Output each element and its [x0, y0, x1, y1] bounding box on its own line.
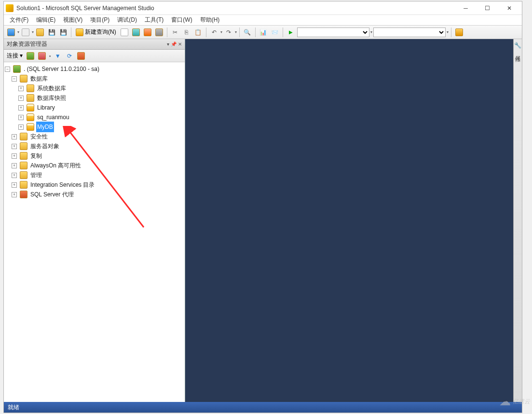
panel-header: 对象资源管理器 ▾ 📌 ✕: [4, 39, 185, 50]
expand-icon[interactable]: +: [12, 144, 17, 149]
maximize-button[interactable]: ☐: [477, 2, 498, 14]
expand-icon[interactable]: +: [18, 96, 24, 101]
database-combo[interactable]: [297, 28, 369, 37]
panel-close-icon[interactable]: ✕: [178, 41, 182, 47]
tree-db-library[interactable]: + Library: [5, 103, 184, 112]
menu-file[interactable]: 文件(F): [6, 15, 32, 25]
menu-view[interactable]: 视图(V): [59, 15, 86, 25]
undo-button[interactable]: ↶: [209, 27, 219, 38]
main-area: 对象资源管理器 ▾ 📌 ✕ 连接 ▾ ▪ ▼ ⟳ −: [4, 39, 522, 402]
expand-icon[interactable]: +: [12, 134, 17, 139]
open-button[interactable]: [35, 27, 45, 38]
refresh-button[interactable]: ⟳: [65, 51, 74, 61]
xmla-query-button[interactable]: [154, 27, 164, 38]
object-tree[interactable]: − . (SQL Server 11.0.2100 - sa) − 数据库 + …: [4, 62, 185, 402]
folder-icon: [20, 142, 27, 150]
expand-icon[interactable]: +: [12, 153, 17, 159]
menubar: 文件(F) 编辑(E) 视图(V) 项目(P) 调试(D) 工具(T) 窗口(W…: [4, 15, 522, 26]
expand-icon[interactable]: +: [12, 192, 17, 197]
app-window: Solution1 - Microsoft SQL Server Managem…: [3, 1, 522, 413]
activity-monitor-button[interactable]: 📊: [258, 27, 269, 38]
connect-oe-button[interactable]: [26, 51, 35, 61]
sysdb-label: 系统数据库: [36, 83, 67, 94]
new-query-button[interactable]: 新建查询(N): [74, 27, 118, 37]
redo-button[interactable]: ↷: [223, 27, 234, 38]
replication-label: 复制: [29, 151, 43, 161]
new-project-button[interactable]: [6, 27, 16, 38]
management-label: 管理: [29, 170, 43, 180]
options-button[interactable]: [454, 27, 464, 38]
dbsnap-label: 数据库快照: [36, 93, 67, 103]
expand-icon[interactable]: +: [12, 182, 17, 188]
collapse-icon[interactable]: −: [12, 76, 17, 82]
expand-icon[interactable]: +: [18, 115, 24, 120]
expand-icon[interactable]: +: [12, 173, 17, 178]
collapse-icon[interactable]: −: [5, 67, 10, 72]
menu-help[interactable]: 帮助(H): [196, 15, 224, 25]
paste-button[interactable]: 📋: [193, 27, 204, 38]
db-library-label: Library: [36, 102, 56, 113]
agent-icon: [20, 191, 27, 198]
find-button[interactable]: 🔍: [242, 27, 253, 38]
properties-tab-icon[interactable]: 🔧: [514, 42, 521, 49]
registered-servers-button[interactable]: 📨: [270, 27, 280, 38]
expand-icon[interactable]: +: [12, 163, 17, 168]
folder-icon: [27, 94, 34, 102]
tree-serverobj-node[interactable]: + 服务器对象: [5, 141, 184, 151]
execute-button[interactable]: ▶: [286, 27, 296, 38]
tree-management-node[interactable]: + 管理: [5, 170, 184, 180]
save-all-button[interactable]: 💾: [58, 27, 68, 38]
expand-icon[interactable]: +: [18, 86, 24, 91]
tree-databases-node[interactable]: − 数据库: [5, 74, 184, 83]
add-item-button[interactable]: [20, 27, 31, 38]
new-query-label: 新建查询(N): [85, 28, 116, 36]
panel-dropdown-icon[interactable]: ▾: [167, 41, 169, 47]
tree-server-node[interactable]: − . (SQL Server 11.0.2100 - sa): [5, 64, 184, 74]
tree-db-sqruanmou[interactable]: + sq_ruanmou: [5, 112, 184, 122]
stop-button[interactable]: [76, 51, 86, 61]
agent-label: SQL Server 代理: [29, 189, 75, 200]
menu-window[interactable]: 窗口(W): [167, 15, 196, 25]
close-button[interactable]: ✕: [498, 2, 520, 14]
tree-sysdb-node[interactable]: + 系统数据库: [5, 83, 184, 93]
editor-area: [185, 39, 513, 402]
tree-replication-node[interactable]: + 复制: [5, 151, 184, 161]
filter-button[interactable]: ▼: [53, 51, 63, 61]
dbengine-query-button[interactable]: [119, 27, 130, 38]
properties-tab[interactable]: 属性: [514, 52, 521, 54]
alwayson-label: AlwaysOn 高可用性: [29, 160, 82, 171]
panel-title: 对象资源管理器: [7, 40, 167, 48]
main-toolbar: ▾ ▾ 💾 💾 新建查询(N) ✂ ⎘ 📋 ↶ ▾ ↷ ▾ 🔍 📊 📨 ▶ ▾: [4, 26, 522, 39]
right-gutter: 🔧 属性: [513, 39, 522, 402]
save-button[interactable]: 💾: [46, 27, 57, 38]
tree-security-node[interactable]: + 安全性: [5, 132, 184, 141]
window-title: Solution1 - Microsoft SQL Server Managem…: [16, 5, 455, 12]
tree-alwayson-node[interactable]: + AlwaysOn 高可用性: [5, 161, 184, 170]
tree-isc-node[interactable]: + Integration Services 目录: [5, 180, 184, 190]
minimize-button[interactable]: ─: [455, 2, 477, 14]
statusbar: 就绪: [4, 402, 522, 413]
mdx-query-button[interactable]: [131, 27, 141, 38]
disconnect-button[interactable]: [37, 51, 47, 61]
expand-icon[interactable]: +: [18, 124, 24, 130]
watermark: 亿速云: [499, 395, 530, 408]
titlebar: Solution1 - Microsoft SQL Server Managem…: [4, 1, 522, 15]
expand-icon[interactable]: +: [18, 105, 24, 110]
copy-button[interactable]: ⎘: [181, 27, 192, 38]
dmx-query-button[interactable]: [142, 27, 153, 38]
tree-db-mydb[interactable]: + MyDB: [5, 122, 184, 132]
menu-project[interactable]: 项目(P): [86, 15, 113, 25]
panel-pin-icon[interactable]: 📌: [171, 41, 177, 47]
folder-icon: [20, 75, 27, 83]
menu-debug[interactable]: 调试(D): [113, 15, 141, 25]
solutions-combo[interactable]: [373, 28, 446, 37]
cut-button[interactable]: ✂: [170, 27, 180, 38]
app-icon: [6, 4, 14, 12]
connect-button[interactable]: 连接 ▾: [7, 52, 23, 60]
tree-dbsnap-node[interactable]: + 数据库快照: [5, 93, 184, 103]
menu-edit[interactable]: 编辑(E): [32, 15, 59, 25]
tree-agent-node[interactable]: + SQL Server 代理: [5, 190, 184, 199]
database-icon: [27, 104, 34, 111]
folder-icon: [27, 84, 34, 92]
menu-tools[interactable]: 工具(T): [141, 15, 167, 25]
